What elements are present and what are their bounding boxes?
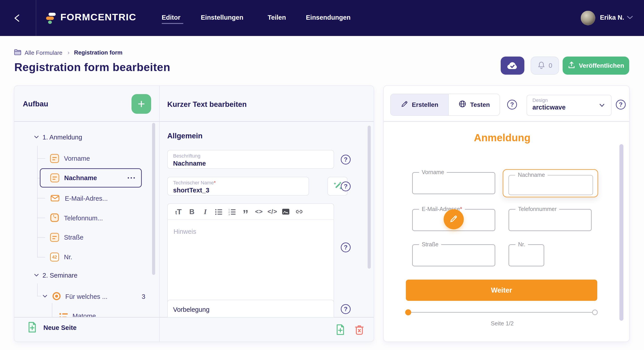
cloud-check-icon	[507, 60, 518, 71]
user-name[interactable]: Erika N.	[600, 14, 624, 21]
nav-teilen[interactable]: Teilen	[268, 14, 286, 21]
new-page-label: Neue Seite	[44, 324, 76, 332]
field-legend: Nr.	[516, 241, 528, 248]
tree-connector	[37, 218, 45, 218]
tree-item-nachname-selected[interactable]: Nachname	[40, 168, 142, 188]
editor-scrollbar[interactable]	[368, 126, 371, 269]
preview-field-nachname[interactable]: Nachname	[508, 175, 593, 195]
text-format-icon[interactable]: tT	[172, 207, 185, 216]
preview-field-vorname[interactable]: Vorname	[412, 172, 495, 194]
tree-connector	[37, 158, 45, 159]
chevron-down-icon[interactable]	[34, 273, 39, 279]
preview-field-telefonnummer[interactable]: Telefonnummer	[508, 209, 592, 231]
preview-scrollbar[interactable]	[620, 144, 624, 321]
svg-text:3: 3	[228, 213, 230, 215]
tree-item-telefon[interactable]: Telefonnum...	[50, 213, 103, 223]
bullet-list-icon[interactable]	[212, 208, 226, 215]
saved-status-button[interactable]	[501, 56, 524, 75]
tab-testen[interactable]: Testen	[448, 94, 500, 115]
preview-field-nr[interactable]: Nr.	[508, 244, 544, 266]
tree-connector	[37, 283, 38, 296]
back-button[interactable]	[10, 12, 26, 24]
blockquote-icon[interactable]: ”	[239, 213, 252, 215]
tree-section-seminare[interactable]: 2. Seminare	[34, 272, 77, 279]
tree-label: 1. Anmeldung	[42, 134, 82, 141]
help-icon[interactable]: ?	[341, 181, 350, 191]
vorbelegung-input[interactable]: Vorbelegung	[167, 300, 334, 318]
panel-header-divider	[14, 121, 374, 122]
structure-scrollbar[interactable]	[152, 123, 155, 275]
tree-label: Straße	[64, 234, 84, 241]
help-icon[interactable]: ?	[341, 243, 350, 252]
structure-title: Aufbau	[23, 100, 48, 108]
phone-icon	[50, 213, 59, 223]
notifications-button[interactable]: 0	[531, 56, 559, 75]
link-icon[interactable]	[292, 208, 306, 215]
help-icon[interactable]: ?	[616, 100, 626, 109]
notifications-count: 0	[548, 62, 552, 69]
italic-icon[interactable]: I	[198, 208, 212, 216]
technischer-name-label: Technischer Name*	[173, 180, 303, 186]
beschriftung-input[interactable]: Beschriftung Nachname	[167, 150, 334, 169]
preview-progress-current-dot[interactable]	[405, 309, 411, 315]
help-icon[interactable]: ?	[341, 304, 350, 314]
tree-item-email[interactable]: E-Mail-Adres...	[50, 194, 108, 203]
tab-erstellen[interactable]: Erstellen	[391, 94, 448, 115]
nav-einstellungen[interactable]: Einstellungen	[201, 14, 243, 21]
add-element-button[interactable]: +	[132, 94, 151, 114]
preview-pager: Seite 1/2	[384, 320, 621, 327]
nav-editor[interactable]: Editor	[162, 14, 180, 21]
duplicate-page-icon[interactable]	[336, 324, 345, 336]
preview-panel: Erstellen Testen ? Design arcticwave ? A…	[383, 85, 630, 342]
tree-item-strasse[interactable]: Straße	[50, 233, 84, 242]
tree-item-nr[interactable]: 42 Nr.	[50, 253, 72, 262]
code-block-icon[interactable]: </>	[266, 208, 279, 215]
user-avatar[interactable]	[581, 11, 595, 25]
tree-label: Telefonnum...	[64, 215, 103, 222]
chevron-down-icon[interactable]	[42, 294, 48, 300]
tree-section-anmeldung[interactable]: 1. Anmeldung	[34, 134, 82, 141]
tree-connector	[52, 303, 52, 317]
edit-element-fab[interactable]	[444, 209, 464, 229]
editor-footer-actions	[336, 324, 364, 336]
svg-text:2: 2	[228, 211, 230, 213]
inline-code-icon[interactable]: <>	[252, 208, 266, 215]
preview-field-nachname-selected[interactable]: Nachname	[503, 169, 598, 197]
bold-icon[interactable]: B	[185, 208, 198, 216]
topbar-divider	[36, 0, 36, 36]
delete-element-icon[interactable]	[354, 324, 364, 336]
nav-editor-active-underline	[162, 23, 183, 24]
design-select[interactable]: Design arcticwave	[526, 95, 612, 116]
preview-field-strasse[interactable]: Straße	[412, 244, 495, 266]
new-page-button[interactable]: Neue Seite	[27, 322, 76, 334]
required-asterisk: *	[460, 206, 462, 212]
design-label: Design	[532, 97, 606, 103]
tab-label: Erstellen	[412, 101, 438, 108]
globe-icon	[458, 100, 466, 109]
help-icon[interactable]: ?	[507, 100, 517, 109]
breadcrumb-root[interactable]: Alle Formulare	[24, 49, 62, 56]
preview-submit-button[interactable]: Weiter	[406, 280, 597, 301]
element-editor-title: Kurzer Text bearbeiten	[167, 100, 247, 109]
more-options-icon[interactable]	[128, 177, 135, 179]
hinweis-richtext-editor[interactable]: tT B I 123 ” <> </> Hinweis	[167, 203, 334, 303]
breadcrumb-separator: ›	[68, 49, 70, 56]
tree-item-vorname[interactable]: Vorname	[50, 154, 90, 163]
chevron-down-icon[interactable]	[34, 135, 39, 140]
tree-label: Vorname	[64, 155, 90, 162]
nav-einsendungen[interactable]: Einsendungen	[306, 14, 350, 21]
image-icon[interactable]	[279, 208, 292, 215]
numbered-list-icon[interactable]: 123	[226, 208, 239, 215]
preview-progress-next-ring[interactable]	[592, 310, 598, 315]
publish-button[interactable]: Veröffentlichen	[562, 56, 629, 75]
field-legend: Vorname	[419, 169, 447, 175]
upload-icon	[568, 60, 575, 71]
help-icon[interactable]: ?	[341, 155, 350, 164]
tree-item-fuer-welches[interactable]: Für welches ... 3	[42, 292, 154, 302]
panel-divider	[159, 86, 160, 342]
technischer-name-input[interactable]: Technischer Name* shortText_3	[167, 177, 309, 196]
chevron-down-icon	[598, 102, 606, 109]
svg-text:1: 1	[228, 208, 230, 211]
user-menu-chevron-down-icon[interactable]	[626, 15, 634, 21]
hinweis-placeholder: Hinweis	[174, 228, 196, 235]
